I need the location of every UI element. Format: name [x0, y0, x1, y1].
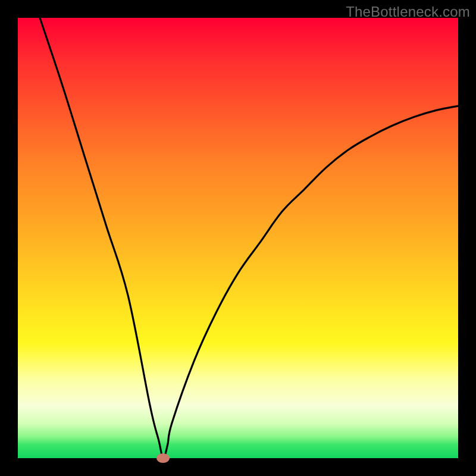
chart-frame: TheBottleneck.com [0, 0, 476, 476]
minimum-marker [156, 453, 170, 463]
plot-area [18, 18, 458, 458]
bottleneck-curve-path [40, 18, 458, 458]
curve-svg [18, 18, 458, 458]
